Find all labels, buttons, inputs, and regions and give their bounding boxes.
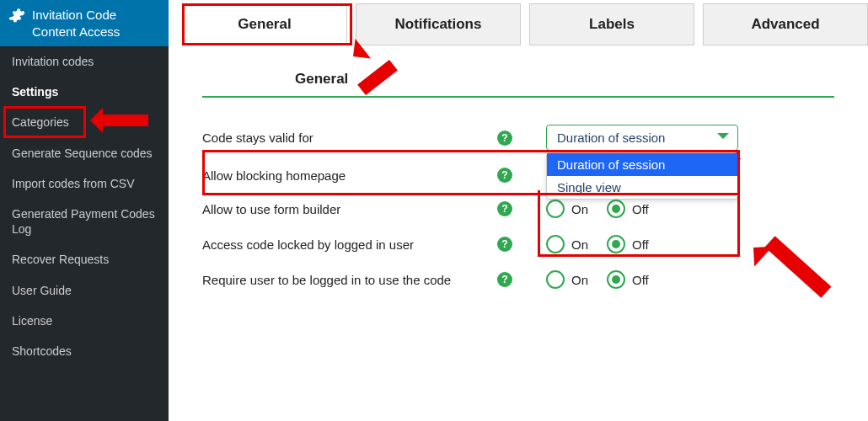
tab-labels[interactable]: Labels	[529, 3, 694, 45]
sidebar-item-import-csv[interactable]: Import codes from CSV	[0, 168, 169, 199]
radio-off-label: Off	[632, 237, 649, 252]
help-icon[interactable]: ?	[497, 131, 512, 146]
radio-off[interactable]	[607, 200, 625, 218]
sidebar-item-categories[interactable]: Categories	[0, 107, 169, 137]
settings-content: General Code stays valid for ? Duration …	[169, 45, 868, 297]
radio-on[interactable]	[546, 200, 565, 218]
section-title: General	[202, 71, 834, 96]
sidebar-item-invitation-codes[interactable]: Invitation codes	[0, 46, 169, 77]
row-homepage: Allow blocking homepage ?	[202, 159, 834, 191]
label-homepage: Allow blocking homepage	[202, 168, 497, 183]
gear-icon	[8, 7, 25, 24]
sidebar-item-settings[interactable]: Settings	[0, 77, 169, 107]
select-validity-value: Duration of session	[557, 131, 665, 145]
help-icon[interactable]: ?	[497, 272, 512, 287]
radio-on-label: On	[571, 202, 588, 216]
sidebar-item-shortcodes[interactable]: Shortcodes	[0, 336, 169, 366]
sidebar-header: Invitation Code Content Access	[0, 0, 169, 46]
radio-off-label: Off	[632, 273, 649, 287]
radio-on[interactable]	[546, 235, 565, 253]
row-validity: Code stays valid for ? Duration of sessi…	[202, 116, 834, 159]
label-locked: Access code locked by logged in user	[202, 237, 497, 252]
row-require-login: Require user to be logged in to use the …	[202, 262, 834, 297]
label-require-login: Require user to be logged in to use the …	[202, 273, 497, 287]
option-single-view[interactable]: Single view	[547, 176, 737, 199]
tabs: General Notifications Labels Advanced	[169, 3, 868, 45]
section-rule	[202, 96, 834, 98]
tab-notifications[interactable]: Notifications	[356, 3, 521, 45]
radio-off[interactable]	[607, 235, 625, 253]
tab-advanced[interactable]: Advanced	[703, 3, 868, 45]
sidebar-header-title: Invitation Code Content Access	[32, 7, 160, 40]
label-validity: Code stays valid for	[202, 131, 497, 145]
main-panel: General Notifications Labels Advanced Ge…	[169, 0, 868, 421]
help-icon[interactable]: ?	[497, 237, 512, 252]
row-locked: Access code locked by logged in user ? O…	[202, 226, 834, 262]
help-icon[interactable]: ?	[497, 168, 512, 183]
option-duration[interactable]: Duration of session	[547, 153, 737, 176]
label-formbuilder: Allow to use form builder	[202, 202, 497, 216]
radio-off-label: Off	[632, 202, 649, 216]
row-formbuilder: Allow to use form builder ? On Off	[202, 191, 834, 226]
radio-on-label: On	[571, 273, 588, 287]
radio-off[interactable]	[607, 270, 625, 289]
select-validity[interactable]: Duration of session ↖ Duration of sessio…	[546, 125, 738, 151]
chevron-down-icon	[717, 133, 729, 145]
sidebar-item-license[interactable]: License	[0, 306, 169, 336]
sidebar-item-payment-log[interactable]: Generated Payment Codes Log	[0, 199, 169, 244]
radio-on[interactable]	[546, 270, 565, 289]
sidebar-item-generate-sequence[interactable]: Generate Sequence codes	[0, 138, 169, 168]
sidebar-item-recover[interactable]: Recover Requests	[0, 244, 169, 274]
radio-on-label: On	[571, 237, 588, 252]
admin-sidebar: Invitation Code Content Access Invitatio…	[0, 0, 169, 421]
dropdown-validity: Duration of session Single view	[546, 152, 738, 200]
sidebar-item-user-guide[interactable]: User Guide	[0, 275, 169, 306]
tab-general[interactable]: General	[182, 3, 347, 45]
help-icon[interactable]: ?	[497, 201, 512, 216]
